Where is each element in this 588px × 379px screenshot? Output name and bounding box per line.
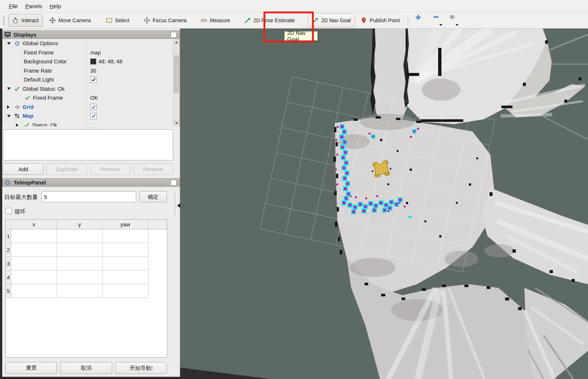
goals-table[interactable]: x y yaw 1 2 3	[6, 219, 167, 358]
panel-collapse-checkbox[interactable]	[171, 180, 177, 186]
tree-row-grid[interactable]: Grid	[3, 103, 179, 112]
cell-yaw[interactable]	[103, 229, 148, 243]
loop-checkbox[interactable]	[6, 208, 12, 214]
cell-x[interactable]	[11, 270, 57, 284]
column-header-y[interactable]: y	[57, 220, 103, 229]
reset-button[interactable]: 重置	[6, 362, 57, 374]
row-header[interactable]: 1	[6, 229, 11, 243]
cell-x[interactable]	[11, 229, 57, 243]
frame-rate-value[interactable]: 30	[90, 68, 96, 74]
measure-tool-button[interactable]: Measure	[196, 14, 234, 27]
scroll-down-button[interactable]	[174, 120, 179, 126]
cancel-button[interactable]: 取消	[60, 362, 112, 374]
tree-row-frame-rate[interactable]: Frame Rate 30	[3, 66, 179, 76]
tree-row-map[interactable]: Map	[3, 112, 179, 121]
cell-yaw[interactable]	[103, 270, 148, 284]
tree-label: Global Status: Ok	[23, 86, 65, 92]
tree-row-background-color[interactable]: Background Color 48; 48; 48	[3, 57, 179, 66]
tree-label: Status: Ok	[32, 122, 57, 126]
map-enabled-checkbox[interactable]	[90, 113, 97, 119]
cell-yaw[interactable]	[103, 243, 148, 257]
table-row[interactable]: 4	[6, 270, 148, 284]
column-header-yaw[interactable]: yaw	[103, 220, 148, 229]
tree-row-default-light[interactable]: Default Light	[3, 75, 179, 84]
side-panel: Displays Global Options Fixed Frame map …	[0, 29, 180, 379]
publish-point-tool-button[interactable]: Publish Point	[356, 14, 404, 27]
cell-y[interactable]	[57, 243, 103, 257]
add-tool-button[interactable]	[412, 14, 424, 27]
column-header-x[interactable]: x	[11, 220, 57, 229]
rviz-window: File Panels Help Interact Move Camera	[0, 0, 588, 379]
menu-help[interactable]: Help	[46, 1, 65, 11]
table-row[interactable]: 5	[6, 284, 148, 298]
remove-tool-button[interactable]	[430, 14, 442, 27]
tree-row-global-status[interactable]: Global Status: Ok	[3, 84, 179, 94]
displays-panel-titlebar[interactable]: Displays	[2, 30, 180, 39]
cell-x[interactable]	[11, 284, 57, 298]
tree-scrollbar[interactable]	[173, 39, 179, 126]
tree-row-global-options[interactable]: Global Options	[3, 39, 179, 48]
move-camera-tool-button[interactable]: Move Camera	[45, 14, 95, 27]
table-row[interactable]: 1	[6, 229, 148, 243]
add-display-button[interactable]: Add	[3, 163, 44, 175]
focus-camera-tool-button[interactable]: Focus Camera	[140, 14, 191, 27]
cell-yaw[interactable]	[103, 257, 148, 270]
grid-enabled-checkbox[interactable]	[90, 104, 97, 110]
expander-down-icon[interactable]	[7, 115, 11, 117]
panel-splitter-handle[interactable]	[82, 127, 97, 129]
row-header[interactable]: 2	[6, 243, 11, 257]
cell-y[interactable]	[57, 284, 103, 298]
cell-y[interactable]	[57, 257, 103, 270]
start-navigation-button[interactable]: 开始导航!	[115, 362, 167, 374]
cell-x[interactable]	[11, 243, 57, 257]
tree-row-map-status[interactable]: Status: Ok	[3, 121, 179, 127]
select-tool-button[interactable]: Select	[102, 14, 134, 27]
cell-yaw[interactable]	[103, 284, 148, 298]
splitter-collapse-arrow[interactable]	[177, 203, 180, 208]
row-header[interactable]: 3	[6, 257, 11, 270]
panel-collapse-checkbox[interactable]	[171, 32, 177, 38]
background-color-value[interactable]: 48; 48; 48	[90, 59, 122, 64]
interact-tool-button[interactable]: Interact	[8, 14, 43, 27]
cell-y[interactable]	[57, 229, 103, 243]
move-arrows-icon	[49, 17, 56, 24]
expander-right-icon[interactable]	[7, 105, 10, 109]
table-row[interactable]: 2	[6, 243, 148, 257]
row-header[interactable]: 4	[6, 270, 11, 284]
tree-row-status-fixed-frame[interactable]: Fixed Frame OK	[3, 93, 179, 103]
duplicate-display-button[interactable]: Duplicate	[47, 163, 87, 175]
max-goals-input[interactable]	[41, 191, 136, 202]
expander-down-icon[interactable]	[7, 87, 11, 90]
confirm-button[interactable]: 确定	[140, 191, 167, 202]
loop-label: 循环	[14, 208, 26, 215]
check-icon	[91, 77, 96, 82]
remove-display-button[interactable]: Remove	[90, 163, 130, 175]
table-row[interactable]: 3	[6, 257, 148, 270]
chevron-down-icon[interactable]	[439, 24, 442, 26]
display-selection-list[interactable]	[3, 129, 173, 160]
render-viewport[interactable]	[180, 29, 588, 379]
tree-label: Frame Rate	[24, 68, 52, 74]
teleop-panel-titlebar[interactable]: TeleopPanel	[2, 178, 180, 187]
toolbar-drag-handle[interactable]	[3, 15, 5, 26]
rename-display-button[interactable]: Rename	[133, 163, 173, 175]
chevron-down-icon[interactable]	[456, 24, 458, 26]
tree-row-fixed-frame[interactable]: Fixed Frame map	[3, 48, 179, 57]
menu-panels[interactable]: Panels	[21, 1, 46, 11]
scrollbar-thumb[interactable]	[174, 56, 179, 93]
scroll-up-button[interactable]	[174, 39, 179, 45]
expander-right-icon[interactable]	[16, 123, 19, 126]
default-light-checkbox[interactable]	[90, 77, 97, 83]
cell-y[interactable]	[57, 270, 103, 284]
status-ok-check-icon	[24, 123, 29, 126]
expander-down-icon[interactable]	[7, 42, 11, 45]
grid-display-icon	[14, 105, 20, 109]
menu-file[interactable]: File	[5, 1, 21, 11]
nav-goal-tool-button[interactable]: 2D Nav Goal	[308, 13, 355, 27]
displays-tree[interactable]: Global Options Fixed Frame map Backgroun…	[2, 39, 180, 126]
green-arrow-icon	[244, 17, 251, 24]
fixed-frame-value[interactable]: map	[90, 50, 101, 56]
tool-visibility-button[interactable]	[446, 14, 458, 27]
cell-x[interactable]	[11, 257, 57, 270]
row-header[interactable]: 5	[6, 284, 11, 298]
